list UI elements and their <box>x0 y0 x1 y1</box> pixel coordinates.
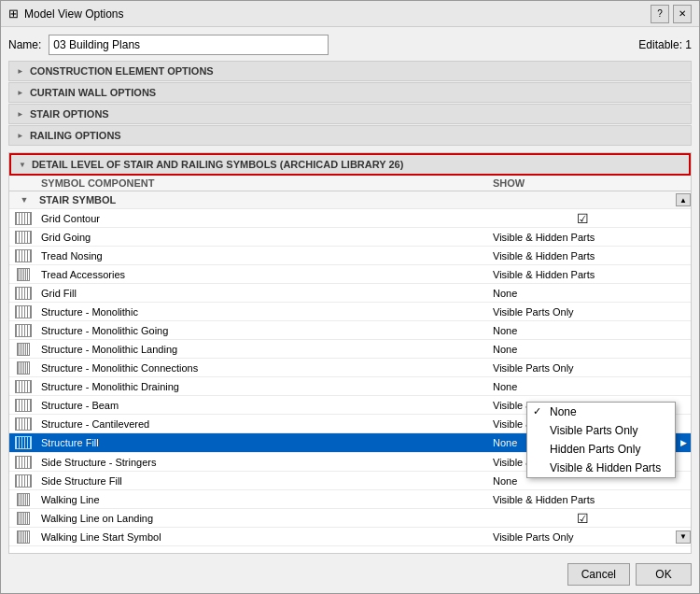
row-name-12: Structure - Cantilevered <box>37 418 489 430</box>
dropdown-option-none[interactable]: None <box>527 403 675 421</box>
row-name-1: Grid Contour <box>37 213 489 224</box>
col-icon-spacer <box>9 177 37 189</box>
name-left: Name: <box>8 35 631 55</box>
row-name-15: Side Structure Fill <box>37 475 489 487</box>
row-value-16: Visible & Hidden Parts <box>489 494 676 505</box>
name-input[interactable] <box>49 35 329 55</box>
checkbox-1[interactable]: ☑ <box>489 211 676 226</box>
grid-icon-9 <box>17 361 30 375</box>
grid-icon-10 <box>15 380 32 393</box>
triangle-construction: ▼ <box>16 67 24 75</box>
detail-section-label: DETAIL LEVEL OF STAIR AND RAILING SYMBOL… <box>32 159 403 170</box>
row-name-9: Structure - Monolithic Connections <box>37 362 489 374</box>
triangle-detail: ▼ <box>19 161 26 169</box>
detail-section-header[interactable]: ▼ DETAIL LEVEL OF STAIR AND RAILING SYMB… <box>9 153 691 176</box>
checkbox-17[interactable]: ☑ <box>489 511 676 526</box>
window-content: Name: Editable: 1 ▼ CONSTRUCTION ELEMENT… <box>1 27 699 593</box>
row-walking-line-start[interactable]: Walking Line Start Symbol Visible Parts … <box>9 528 691 546</box>
table-header: SYMBOL COMPONENT SHOW <box>9 176 691 191</box>
triangle-curtain: ▼ <box>16 89 24 96</box>
section-construction-label: CONSTRUCTION ELEMENT OPTIONS <box>30 65 214 77</box>
row-value-4: Visible & Hidden Parts <box>489 269 676 280</box>
grid-icon-7 <box>15 324 32 337</box>
grid-icon-8 <box>17 343 30 356</box>
section-curtain-label: CURTAIN WALL OPTIONS <box>30 87 156 98</box>
row-structure-monolithic-draining[interactable]: Structure - Monolithic Draining None <box>9 377 691 396</box>
grid-icon-3 <box>15 249 32 262</box>
group-stair-symbol[interactable]: ▼ STAIR SYMBOL ▲ <box>9 191 691 209</box>
row-name-3: Tread Nosing <box>37 250 489 262</box>
section-railing-label: RAILING OPTIONS <box>30 130 121 141</box>
row-name-16: Walking Line <box>37 494 489 505</box>
scroll-up-btn[interactable]: ▲ <box>676 193 691 206</box>
grid-icon-5 <box>15 287 32 300</box>
table-body-wrapper: ▼ STAIR SYMBOL ▲ Grid Contour <box>9 191 691 553</box>
row-value-5: None <box>489 288 676 299</box>
col-scroll-spacer <box>676 177 691 189</box>
grid-icon-2 <box>15 231 32 244</box>
section-construction[interactable]: ▼ CONSTRUCTION ELEMENT OPTIONS <box>8 61 692 81</box>
close-button[interactable]: ✕ <box>673 5 692 23</box>
dropdown-arrow-btn[interactable]: ▶ <box>676 434 691 451</box>
dropdown-popup: None Visible Parts Only Hidden Parts Onl… <box>526 402 676 478</box>
row-structure-monolithic[interactable]: Structure - Monolithic Visible Parts Onl… <box>9 303 691 321</box>
row-name-6: Structure - Monolithic <box>37 306 489 318</box>
section-curtain[interactable]: ▼ CURTAIN WALL OPTIONS <box>8 82 692 103</box>
row-name-13: Structure Fill <box>37 437 489 448</box>
window-title: Model View Options <box>24 7 124 21</box>
editable-label: Editable: 1 <box>638 38 692 51</box>
row-name-5: Grid Fill <box>37 288 489 299</box>
help-button[interactable]: ? <box>651 5 669 23</box>
name-row: Name: Editable: 1 <box>8 35 692 55</box>
grid-icon-12 <box>15 417 32 431</box>
grid-icon-16 <box>17 493 30 506</box>
row-walking-line[interactable]: Walking Line Visible & Hidden Parts <box>9 490 691 509</box>
cancel-button[interactable]: Cancel <box>567 563 630 586</box>
row-grid-going[interactable]: Grid Going Visible & Hidden Parts <box>9 228 691 247</box>
row-name-8: Structure - Monolithic Landing <box>37 344 489 355</box>
grid-icon-17 <box>17 512 30 525</box>
grid-icon-4 <box>17 268 30 281</box>
section-stair[interactable]: ▼ STAIR OPTIONS <box>8 104 692 124</box>
row-name-14: Side Structure - Stringers <box>37 457 489 468</box>
row-structure-monolithic-connections[interactable]: Structure - Monolithic Connections Visib… <box>9 359 691 377</box>
dropdown-option-visible-parts[interactable]: Visible Parts Only <box>527 421 675 440</box>
detail-section: ▼ DETAIL LEVEL OF STAIR AND RAILING SYMB… <box>8 152 692 554</box>
grid-icon-18 <box>17 530 30 544</box>
row-grid-fill[interactable]: Grid Fill None <box>9 284 691 303</box>
row-tread-accessories[interactable]: Tread Accessories Visible & Hidden Parts <box>9 265 691 284</box>
grid-icon-15 <box>15 474 32 488</box>
row-value-6: Visible Parts Only <box>489 306 676 318</box>
section-stair-label: STAIR OPTIONS <box>30 108 109 120</box>
row-value-2: Visible & Hidden Parts <box>489 232 676 243</box>
row-name-18: Walking Line Start Symbol <box>37 531 489 543</box>
col-component-header: SYMBOL COMPONENT <box>37 177 489 189</box>
grid-icon-6 <box>15 305 32 318</box>
table-body[interactable]: ▼ STAIR SYMBOL ▲ Grid Contour <box>9 191 691 553</box>
row-name-10: Structure - Monolithic Draining <box>37 381 489 392</box>
row-name-17: Walking Line on Landing <box>37 513 489 524</box>
row-value-18: Visible Parts Only <box>489 531 676 543</box>
row-tread-nosing[interactable]: Tread Nosing Visible & Hidden Parts <box>9 247 691 265</box>
grid-icon-14 <box>15 456 32 469</box>
col-show-header: SHOW <box>489 177 676 189</box>
title-bar-left: ⊞ Model View Options <box>8 7 124 21</box>
row-value-9: Visible Parts Only <box>489 362 676 374</box>
triangle-railing: ▼ <box>16 132 24 139</box>
grid-icon-11 <box>15 399 32 412</box>
row-structure-monolithic-going[interactable]: Structure - Monolithic Going None <box>9 321 691 340</box>
grid-icon-1 <box>15 212 32 225</box>
row-value-10: None <box>489 381 676 392</box>
row-structure-monolithic-landing[interactable]: Structure - Monolithic Landing None <box>9 340 691 359</box>
section-railing[interactable]: ▼ RAILING OPTIONS <box>8 125 692 146</box>
row-grid-contour[interactable]: Grid Contour ☑ <box>9 209 691 228</box>
name-label: Name: <box>8 38 41 51</box>
group-label: STAIR SYMBOL <box>37 194 489 205</box>
section-list: ▼ CONSTRUCTION ELEMENT OPTIONS ▼ CURTAIN… <box>8 61 692 147</box>
ok-button[interactable]: OK <box>636 563 692 586</box>
row-name-7: Structure - Monolithic Going <box>37 325 489 336</box>
dropdown-option-hidden-parts[interactable]: Hidden Parts Only <box>527 440 675 459</box>
grid-icon-13 <box>15 436 32 449</box>
row-walking-line-landing[interactable]: Walking Line on Landing ☑ <box>9 509 691 528</box>
dropdown-option-visible-hidden[interactable]: Visible & Hidden Parts <box>527 459 675 477</box>
